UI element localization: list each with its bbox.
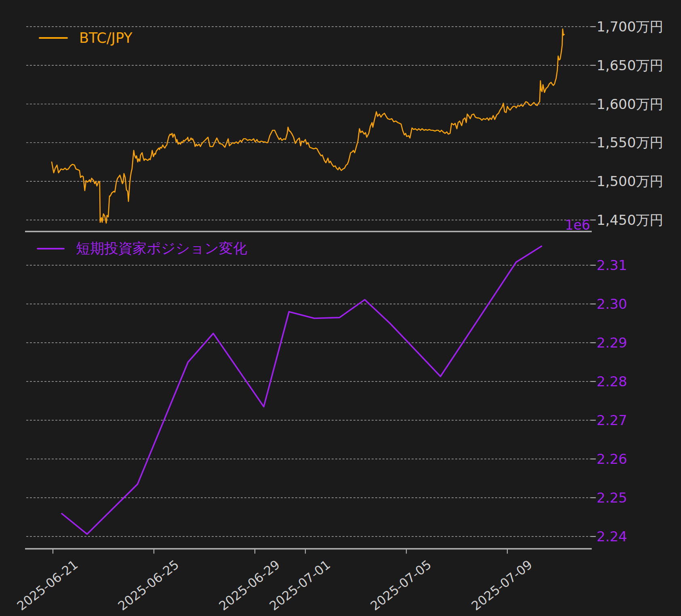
y-axis-offset-multiplier-label: 1e6	[559, 217, 590, 233]
position-change-line	[62, 246, 542, 534]
y-tick-label-price: 1,550万円	[597, 136, 663, 149]
legend-position-change: 短期投資家ポジション変化	[37, 239, 247, 258]
y-tick-label-price: 1,650万円	[597, 59, 663, 72]
legend-position-change-label: 短期投資家ポジション変化	[76, 239, 247, 258]
btc-jpy-line-swatch	[39, 37, 68, 39]
y-tick-label-position: 2.26	[597, 452, 627, 466]
btc-jpy-line	[52, 29, 564, 223]
y-tick-label-position: 2.25	[597, 491, 627, 505]
y-tick-label-price: 1,600万円	[597, 97, 663, 111]
y-tick-label-position: 2.24	[597, 530, 627, 543]
plot-canvas	[0, 0, 681, 616]
y-tick-label-price: 1,500万円	[597, 174, 663, 188]
legend-btc-jpy-label: BTC/JPY	[79, 30, 132, 46]
y-tick-label-price: 1,450万円	[597, 213, 663, 227]
y-tick-label-position: 2.27	[597, 413, 627, 427]
y-tick-label-position: 2.31	[597, 258, 627, 272]
y-tick-label-position: 2.30	[597, 297, 627, 311]
legend-btc-jpy: BTC/JPY	[39, 30, 132, 46]
dual-panel-crypto-chart: BTC/JPY 短期投資家ポジション変化 1e6 1,700万円1,650万円1…	[0, 0, 681, 616]
y-tick-label-position: 2.28	[597, 375, 627, 388]
y-tick-label-position: 2.29	[597, 336, 627, 350]
position-line-swatch	[37, 248, 65, 249]
y-tick-label-price: 1,700万円	[597, 20, 663, 34]
